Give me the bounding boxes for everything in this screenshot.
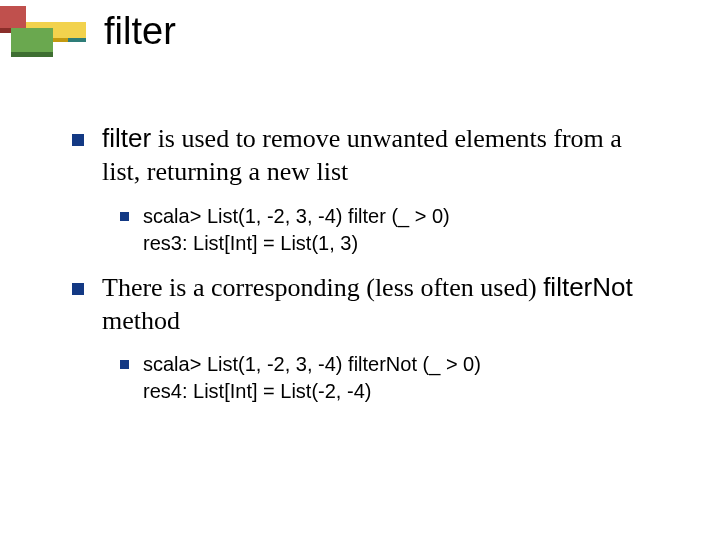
text-span: method (102, 306, 180, 335)
bullet-text: There is a corresponding (less often use… (102, 271, 660, 338)
svg-rect-6 (11, 52, 53, 57)
square-bullet-icon (120, 212, 129, 221)
bullet-text: filter is used to remove unwanted elemen… (102, 122, 660, 189)
text-span: is used to remove unwanted elements from… (102, 124, 622, 186)
code-line: scala> List(1, -2, 3, -4) filterNot (_ >… (143, 353, 481, 375)
bullet-level2: scala> List(1, -2, 3, -4) filter (_ > 0)… (120, 203, 660, 257)
bullet-level1: filter is used to remove unwanted elemen… (72, 122, 660, 189)
header-logo-icon (0, 0, 88, 70)
code-span: filter (102, 123, 151, 153)
code-line: res4: List[Int] = List(-2, -4) (143, 380, 371, 402)
square-bullet-icon (120, 360, 129, 369)
code-block: scala> List(1, -2, 3, -4) filter (_ > 0)… (143, 203, 450, 257)
code-span: filterNot (543, 272, 633, 302)
slide: filter filter is used to remove unwanted… (0, 0, 720, 540)
slide-header: filter (0, 0, 720, 80)
slide-title: filter (104, 10, 176, 53)
square-bullet-icon (72, 283, 84, 295)
svg-rect-0 (68, 38, 86, 42)
bullet-level1: There is a corresponding (less often use… (72, 271, 660, 338)
svg-rect-3 (0, 6, 26, 28)
svg-rect-5 (11, 28, 53, 52)
slide-body: filter is used to remove unwanted elemen… (0, 80, 720, 405)
square-bullet-icon (72, 134, 84, 146)
text-span: There is a corresponding (less often use… (102, 273, 543, 302)
code-line: scala> List(1, -2, 3, -4) filter (_ > 0) (143, 205, 450, 227)
bullet-level2: scala> List(1, -2, 3, -4) filterNot (_ >… (120, 351, 660, 405)
code-line: res3: List[Int] = List(1, 3) (143, 232, 358, 254)
code-block: scala> List(1, -2, 3, -4) filterNot (_ >… (143, 351, 481, 405)
